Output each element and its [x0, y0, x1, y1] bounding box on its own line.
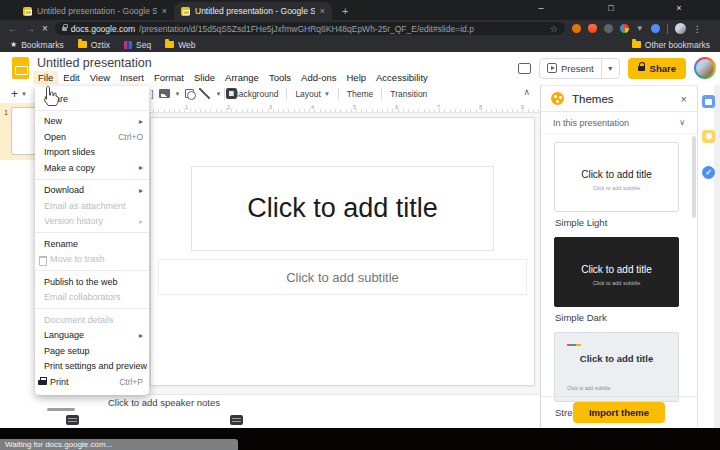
browser-profile-avatar[interactable] — [675, 23, 686, 34]
speaker-notes-placeholder[interactable]: Click to add speaker notes — [44, 397, 220, 408]
tab-close-icon[interactable]: × — [162, 6, 167, 16]
menu-help[interactable]: Help — [341, 71, 371, 84]
document-title[interactable]: Untitled presentation — [37, 56, 152, 70]
back-button[interactable]: ← — [8, 23, 18, 34]
bookmark-oztix[interactable]: Oztix — [78, 40, 110, 50]
notes-resize-handle[interactable] — [47, 408, 75, 411]
file-menu-item-move-to-trash[interactable]: Move to trash — [35, 252, 149, 268]
slide-canvas[interactable]: Click to add title Click to add subtitle — [150, 117, 535, 386]
line-icon[interactable] — [199, 88, 210, 99]
menu-slide[interactable]: Slide — [189, 71, 220, 84]
theme-card-simple-dark[interactable]: Click to add titleClick to add subtitle — [554, 237, 679, 307]
bookmark-label: Seq — [136, 40, 151, 50]
calendar-icon[interactable] — [702, 95, 715, 108]
extension-icon-2[interactable] — [588, 24, 597, 33]
transition-button[interactable]: Transition — [382, 89, 435, 99]
slides-logo-icon[interactable] — [12, 57, 29, 79]
url-bar[interactable]: docs.google.com /presentation/d/15d5qS5Z… — [55, 22, 565, 35]
theme-card-simple-light[interactable]: Click to add titleClick to add subtitle — [554, 142, 679, 212]
menu-edit[interactable]: Edit — [58, 71, 84, 84]
stop-loading-button[interactable]: × — [42, 23, 48, 34]
present-button[interactable]: Present ▼ — [539, 58, 620, 79]
file-menu-item-new[interactable]: New▸ — [35, 114, 149, 130]
browser-menu-icon[interactable]: ⋮ — [693, 24, 702, 34]
extension-icon-5[interactable]: ▼ — [636, 24, 644, 33]
chevron-down-icon[interactable]: ▼ — [21, 91, 27, 97]
chevron-down-icon[interactable]: ▼ — [175, 91, 181, 97]
folder-icon — [165, 41, 174, 48]
browser-tab-2-active[interactable]: Untitled presentation - Google Slides × — [174, 2, 332, 20]
shape-icon[interactable] — [185, 89, 194, 98]
other-bookmarks-button[interactable]: Other bookmarks — [632, 40, 710, 50]
file-menu-item-open[interactable]: OpenCtrl+O — [35, 129, 149, 145]
layout-button[interactable]: Layout▼ — [287, 89, 337, 99]
comment-history-icon[interactable] — [518, 63, 531, 74]
menu-item-label: Publish to the web — [44, 277, 118, 287]
menu-file[interactable]: File — [33, 71, 58, 84]
themes-section-row[interactable]: In this presentation ∨ — [541, 112, 697, 134]
theme-button[interactable]: Theme — [339, 89, 381, 99]
menu-insert[interactable]: Insert — [115, 71, 149, 84]
keep-icon[interactable] — [702, 130, 715, 143]
share-button[interactable]: Share — [628, 58, 686, 79]
file-menu-item-download[interactable]: Download▸ — [35, 183, 149, 199]
subtitle-placeholder[interactable]: Click to add subtitle — [158, 259, 527, 295]
present-dropdown[interactable]: ▼ — [601, 59, 619, 78]
menu-add-ons[interactable]: Add-ons — [296, 71, 341, 84]
taskbar-icon[interactable] — [230, 415, 243, 425]
file-menu-item-email-as-attachment[interactable]: Email as attachment — [35, 198, 149, 214]
bookmark-bookmarks[interactable]: ★Bookmarks — [10, 40, 64, 50]
file-menu-item-print-settings-and-preview[interactable]: Print settings and preview — [35, 359, 149, 375]
window-minimize-button[interactable]: – — [530, 1, 552, 16]
menu-tools[interactable]: Tools — [264, 71, 296, 84]
file-menu-item-page-setup[interactable]: Page setup — [35, 343, 149, 359]
user-avatar[interactable] — [694, 57, 716, 79]
tab-close-icon[interactable]: × — [320, 6, 325, 16]
chevron-down-icon[interactable]: ∨ — [679, 118, 685, 127]
side-rail: ✓ — [697, 85, 720, 428]
theme-name: Simple Light — [555, 217, 679, 228]
window-close-button[interactable]: × — [668, 1, 690, 16]
theme-card-streamline[interactable]: Click to add titleClick to add subtitle — [554, 332, 679, 402]
new-tab-button[interactable]: + — [342, 5, 348, 20]
hide-menus-icon[interactable]: ∧ — [523, 87, 530, 97]
browser-tab-1[interactable]: Untitled presentation - Google Slides × — [16, 2, 174, 20]
file-menu-item-make-a-copy[interactable]: Make a copy▸ — [35, 160, 149, 176]
bookmark-web[interactable]: Web — [165, 40, 195, 50]
themes-panel-title: Themes — [572, 93, 614, 105]
menu-format[interactable]: Format — [149, 71, 189, 84]
title-placeholder[interactable]: Click to add title — [191, 166, 494, 251]
file-menu-item-document-details[interactable]: Document details — [35, 312, 149, 328]
extension-icon-4[interactable] — [620, 24, 629, 33]
new-slide-button[interactable]: + ▼ — [11, 84, 27, 103]
extension-icon-1[interactable] — [572, 24, 581, 33]
file-menu-item-import-slides[interactable]: Import slides — [35, 145, 149, 161]
file-menu-item-version-history[interactable]: Version history▸ — [35, 214, 149, 230]
file-menu-item-rename[interactable]: Rename — [35, 236, 149, 252]
menu-accessibility[interactable]: Accessibility — [371, 71, 433, 84]
menu-arrange[interactable]: Arrange — [220, 71, 264, 84]
menu-view[interactable]: View — [85, 71, 115, 84]
file-menu-item-share[interactable]: Share — [35, 91, 149, 107]
image-icon[interactable] — [159, 89, 170, 98]
file-menu-item-publish-to-the-web[interactable]: Publish to the web — [35, 274, 149, 290]
taskbar-icon[interactable] — [66, 415, 79, 425]
forward-button[interactable]: → — [25, 23, 35, 34]
extension-icon-6[interactable] — [651, 24, 660, 33]
present-icon — [547, 63, 557, 73]
chevron-down-icon[interactable]: ▼ — [215, 91, 221, 97]
text-box-icon[interactable]: ] — [151, 89, 154, 99]
bookmark-star-icon[interactable]: ☆ — [550, 24, 558, 34]
tasks-icon[interactable]: ✓ — [702, 166, 715, 179]
extension-icon-3[interactable] — [604, 24, 613, 33]
background-button[interactable]: Background — [225, 89, 286, 99]
present-body[interactable]: Present — [540, 63, 601, 74]
panel-scrollbar[interactable] — [692, 136, 696, 218]
close-icon[interactable]: × — [681, 93, 687, 105]
import-theme-button[interactable]: Import theme — [573, 402, 665, 423]
window-maximize-button[interactable]: □ — [600, 1, 622, 16]
file-menu-item-language[interactable]: Language▸ — [35, 328, 149, 344]
file-menu-item-email-collaborators[interactable]: Email collaborators — [35, 290, 149, 306]
bookmark-seq[interactable]: Seq — [124, 40, 151, 50]
file-menu-item-print[interactable]: PrintCtrl+P — [35, 374, 149, 390]
